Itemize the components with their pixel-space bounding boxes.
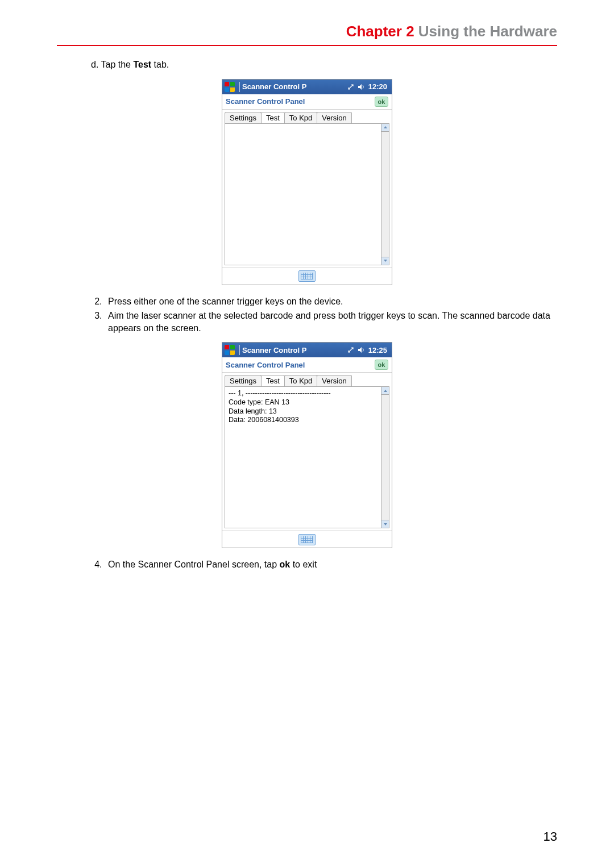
step-4-bold: ok	[280, 560, 291, 569]
scrollbar[interactable]	[381, 123, 389, 265]
start-flag-icon[interactable]	[225, 82, 235, 92]
test-output-area: --- 1, ---------------------------------…	[225, 386, 381, 528]
keyboard-icon[interactable]	[298, 270, 316, 282]
ok-button[interactable]: ok	[375, 97, 388, 107]
step-2: Press either one of the scanner trigger …	[105, 295, 557, 308]
titlebar-divider	[239, 345, 240, 355]
test-output-area	[225, 123, 381, 265]
titlebar-title: Scanner Control P	[242, 346, 306, 354]
step-2-text: Press either one of the scanner trigger …	[108, 297, 343, 306]
titlebar-title: Scanner Control P	[242, 82, 306, 91]
keyboard-icon[interactable]	[298, 534, 316, 545]
header-rule	[57, 45, 557, 46]
panel-subtitle: Scanner Control Panel	[226, 97, 305, 106]
step-4: On the Scanner Control Panel screen, tap…	[105, 558, 557, 571]
pocketpc-screenshot-2: Scanner Control P 12:25 Scanner Control …	[222, 342, 392, 548]
tab-settings[interactable]: Settings	[225, 375, 262, 386]
chapter-label: Chapter 2	[346, 23, 414, 40]
step-3: Aim the laser scanner at the selected ba…	[105, 310, 557, 334]
titlebar: Scanner Control P 12:20	[222, 80, 392, 94]
clock-time: 12:25	[368, 346, 387, 354]
page-number: 13	[544, 829, 557, 844]
step-3-text: Aim the laser scanner at the selected ba…	[108, 311, 550, 333]
tab-test[interactable]: Test	[261, 375, 285, 386]
tab-bar: Settings Test To Kpd Version	[222, 110, 392, 123]
content-wrap: --- 1, ---------------------------------…	[225, 386, 389, 528]
panel-subtitle: Scanner Control Panel	[226, 361, 305, 369]
connectivity-icon[interactable]	[347, 83, 355, 91]
clock-time: 12:20	[368, 82, 387, 91]
volume-icon[interactable]	[357, 83, 365, 91]
start-flag-icon[interactable]	[225, 345, 235, 355]
pocketpc-screenshot-1: Scanner Control P 12:20 Scanner Control …	[222, 79, 392, 285]
scroll-down-button[interactable]	[381, 257, 389, 265]
scroll-up-button[interactable]	[381, 387, 389, 395]
tab-to-kpd[interactable]: To Kpd	[284, 375, 317, 386]
step-4-after: to exit	[290, 560, 317, 569]
tab-version[interactable]: Version	[317, 375, 351, 386]
tab-version[interactable]: Version	[317, 112, 351, 123]
tab-bar: Settings Test To Kpd Version	[222, 373, 392, 386]
panel-subtitle-bar: Scanner Control Panel ok	[222, 357, 392, 373]
steps-list-4: On the Scanner Control Panel screen, tap…	[91, 558, 557, 571]
figure-2-wrap: Scanner Control P 12:25 Scanner Control …	[57, 342, 557, 548]
chapter-title-text: Using the Hardware	[418, 23, 557, 40]
steps-list-2-3: Press either one of the scanner trigger …	[91, 295, 557, 335]
titlebar: Scanner Control P 12:25	[222, 343, 392, 357]
titlebar-divider	[239, 82, 240, 92]
step-d-prefix: d.	[91, 60, 98, 69]
scroll-down-button[interactable]	[381, 520, 389, 528]
tab-to-kpd[interactable]: To Kpd	[284, 112, 317, 123]
ok-button[interactable]: ok	[375, 360, 388, 370]
panel-subtitle-bar: Scanner Control Panel ok	[222, 94, 392, 110]
scroll-up-button[interactable]	[381, 124, 389, 132]
chapter-header: Chapter 2 Using the Hardware	[57, 23, 557, 40]
step-d-text-before: Tap the	[101, 60, 134, 69]
step-d-text-after: tab.	[151, 60, 169, 69]
tab-settings[interactable]: Settings	[225, 112, 262, 123]
bottom-bar	[222, 531, 392, 548]
content-wrap	[225, 123, 389, 265]
volume-icon[interactable]	[357, 346, 365, 354]
step-d-bold: Test	[133, 60, 151, 69]
figure-1-wrap: Scanner Control P 12:20 Scanner Control …	[57, 79, 557, 285]
step-d: d. Tap the Test tab.	[91, 59, 557, 71]
scrollbar[interactable]	[381, 386, 389, 528]
step-4-before: On the Scanner Control Panel screen, tap	[108, 560, 280, 569]
connectivity-icon[interactable]	[347, 346, 355, 354]
tab-test[interactable]: Test	[261, 112, 285, 123]
bottom-bar	[222, 268, 392, 285]
